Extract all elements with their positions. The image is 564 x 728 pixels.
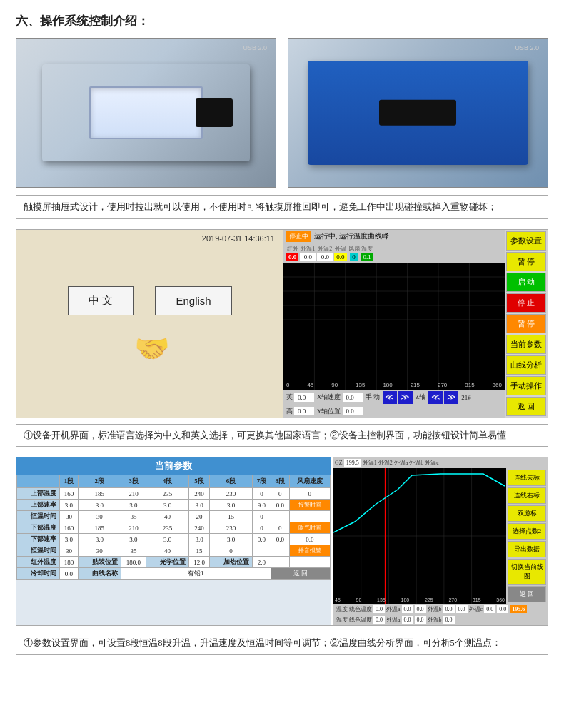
col-6: 6段 — [210, 475, 253, 488]
outer1-top-label: 外温1 — [363, 459, 377, 467]
ctrl-bottom-bar-2: 高 0.0 Y轴位置 0.0 — [283, 405, 505, 418]
cell: 0 — [289, 488, 330, 500]
temp-chart: 0 45 90 135 180 215 270 315 360 — [283, 263, 505, 390]
cell: 3.0 — [210, 534, 253, 545]
x-axis-315: 315 — [465, 382, 474, 388]
temp-zone: 温度 0.1 — [361, 245, 373, 261]
count-label: 21# — [461, 394, 471, 401]
analysis-top-bar: GZ 199.5 外温1 外温2 外温a 外温b 外温c — [333, 457, 548, 468]
outer1-zone: 外温1 0.0 — [300, 245, 316, 261]
usb-label-left: USB 2.0 — [243, 44, 267, 51]
cell: 0.0 — [289, 534, 330, 545]
col-3: 3段 — [121, 475, 146, 488]
btn-return-analysis[interactable]: 返 回 — [508, 586, 546, 602]
cell: 0 — [253, 522, 271, 534]
usb-label-right: USB 2.0 — [515, 44, 539, 51]
cell: 0 — [210, 545, 253, 557]
outera-val1: 0.0 — [402, 605, 413, 613]
outera-label: 外温a — [386, 605, 401, 613]
table-row: 上部温度 160 185 210 235 240 230 0 0 0 — [17, 488, 331, 500]
outera-top-label: 外温a — [394, 459, 408, 467]
final-caption: ①参数设置界面，可设置8段恒温8段升温，升温速度及恒温时间等可调节；②温度曲线分… — [16, 632, 548, 655]
temp-label-a: 温度 — [336, 605, 348, 613]
btn-select-point[interactable]: 选择点数2 — [508, 523, 546, 540]
x-135: 135 — [377, 597, 386, 602]
btn-connect-right[interactable]: 连线右标 — [508, 487, 546, 504]
outerc-val2: 0.0 — [497, 605, 508, 613]
cell: 210 — [121, 522, 146, 534]
x-180: 180 — [401, 597, 410, 602]
status-bar: 停止中 运行中, 运行温度曲线峰 — [283, 230, 505, 243]
cell-curve-name: 有铅1 — [121, 568, 271, 580]
bottom2-label1: 温度 — [336, 616, 348, 624]
btn-pause-1[interactable]: 暂 停 — [506, 252, 546, 271]
table-row: 上部速率 3.0 3.0 3.0 3.0 3.0 3.0 9.0 0.0 报警时… — [17, 500, 331, 511]
cell: 0 — [253, 511, 271, 522]
cell: 3.0 — [146, 534, 189, 545]
label-hold-time: 恒温时间 — [17, 511, 60, 522]
btn-manual-op[interactable]: 手动操作 — [506, 376, 546, 395]
x-speed-val: 0.0 — [343, 393, 363, 402]
x-field: 英 0.0 — [286, 393, 314, 402]
cell: 160 — [60, 522, 79, 534]
mixed-label: 外温 — [335, 245, 346, 253]
cell: 3.0 — [189, 500, 210, 511]
btn-export-data[interactable]: 导出数据 — [508, 541, 546, 557]
photo-right: USB 2.0 — [288, 38, 548, 188]
cell: 30 — [60, 511, 79, 522]
col-fan: 风扇速度 — [289, 475, 330, 488]
cell — [253, 545, 271, 557]
btn-start[interactable]: 启 动 — [506, 273, 546, 292]
cell: 3.0 — [60, 500, 79, 511]
analysis-bottom-bar-2: 温度 线色温度 0.0 外温a 0.0 0.0 外温b 0.0 — [333, 615, 548, 625]
lang-en-button[interactable]: English — [155, 286, 231, 315]
analysis-panel: GZ 199.5 外温1 外温2 外温a 外温b 外温c — [333, 457, 548, 625]
analysis-chart: 45 90 135 180 225 270 315 360 — [333, 468, 506, 604]
btn-connect-left[interactable]: 连线去标 — [508, 470, 546, 486]
cell: 35 — [121, 545, 146, 557]
arrow-right-1[interactable]: ≫ — [398, 391, 413, 404]
col-8: 8段 — [271, 475, 289, 488]
linetemp-val: 0.0 — [373, 605, 385, 613]
outerc-top-label: 外温c — [425, 459, 439, 467]
cell: 230 — [210, 522, 253, 534]
x-225: 225 — [425, 597, 433, 602]
gz-val: 199.5 — [344, 459, 361, 467]
table-row: 红外温度 180 贴装位置 180.0 光学位置 12.0 加热位置 2.0 — [17, 557, 331, 568]
cell: 30 — [78, 545, 121, 557]
col-1: 1段 — [60, 475, 79, 488]
btn-dual-cursor[interactable]: 双游标 — [508, 505, 546, 522]
arrow-left-2[interactable]: ≪ — [428, 391, 443, 404]
outer1-label: 外温1 — [301, 245, 315, 253]
x-speed-field: X轴速度 0.0 — [317, 393, 363, 402]
mixed-val: 0.0 — [334, 253, 346, 261]
btn-current-param[interactable]: 当前参数 — [506, 335, 546, 354]
cell — [271, 511, 289, 522]
lang-zh-button[interactable]: 中 文 — [68, 286, 134, 315]
red-label: 红外 — [287, 245, 298, 253]
label-curve-name: 曲线名称 — [78, 568, 121, 580]
btn-switch-line[interactable]: 切换当前线图 — [508, 559, 546, 585]
datetime-display: 2019-07-31 14:36:11 — [202, 234, 275, 243]
bottom2-label4: 外温b — [428, 616, 442, 624]
cell: 15 — [189, 545, 210, 557]
cell: 40 — [146, 545, 189, 557]
bottom2-label3: 外温a — [386, 616, 401, 624]
cell: 180 — [60, 557, 79, 568]
return-btn[interactable]: 返 回 — [271, 568, 330, 580]
table-row: 冷却时间 0.0 曲线名称 有铅1 返 回 — [17, 568, 331, 580]
btn-curve-analysis[interactable]: 曲线分析 — [506, 355, 546, 375]
btn-param-set[interactable]: 参数设置 — [506, 231, 546, 251]
btn-stop[interactable]: 停 止 — [506, 293, 546, 313]
btn-pause-2[interactable]: 暂 停 — [506, 314, 546, 333]
cell: 3.0 — [78, 500, 121, 511]
arrow-left-1[interactable]: ≪ — [383, 391, 397, 404]
arrow-right-2[interactable]: ≫ — [444, 391, 458, 404]
x-45: 45 — [335, 597, 341, 602]
handshake-image — [121, 328, 178, 368]
col-2: 2段 — [78, 475, 121, 488]
fan-label: 风扇 — [348, 245, 360, 253]
btn-return-main[interactable]: 返 回 — [506, 397, 546, 416]
table-row: 恒温时间 30 30 35 40 15 0 播音报警 — [17, 545, 331, 557]
ctrl-bottom-bar: 英 0.0 X轴速度 0.0 手 动 ≪ ≫ Z轴 ≪ ≫ 21# — [283, 390, 505, 405]
